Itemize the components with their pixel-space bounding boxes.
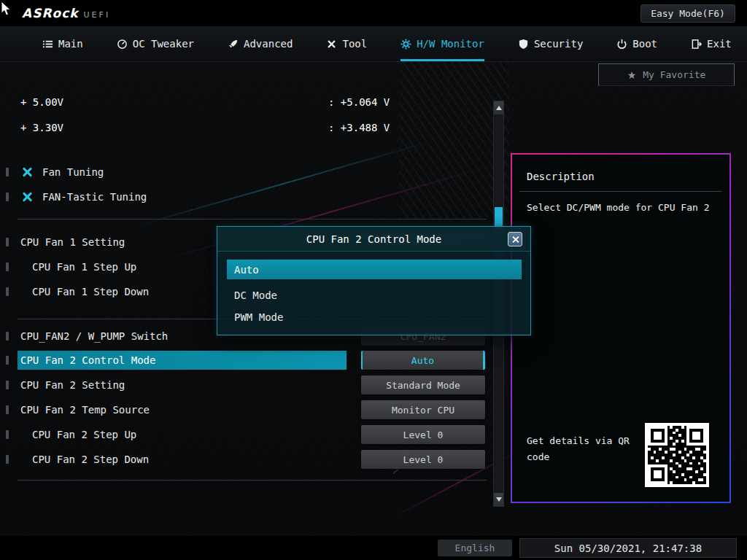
tab-advanced[interactable]: Advanced (228, 26, 293, 61)
tab-label: Security (534, 38, 583, 50)
tab-hw-monitor[interactable]: H/W Monitor (400, 26, 484, 61)
menu-item-fan-tuning[interactable]: Fan Tuning (18, 161, 487, 183)
value-button[interactable]: Level 0 (361, 450, 485, 469)
tab-label: Main (58, 38, 83, 50)
option-label: DC Mode (234, 289, 277, 301)
close-icon[interactable] (508, 232, 522, 246)
tab-oc-tweaker[interactable]: OC Tweaker (117, 26, 194, 61)
wrench-icon (326, 39, 337, 50)
status-bar: English Sun 05/30/2021, 21:47:38 (0, 536, 747, 560)
description-title: Description (527, 171, 595, 182)
scroll-down-button[interactable] (494, 493, 503, 506)
language-button[interactable]: English (438, 540, 512, 556)
triangle-up-icon (496, 106, 502, 110)
description-body: Select DC/PWM mode for CPU Fan 2 (527, 201, 719, 215)
separator (18, 480, 487, 481)
triangle-down-icon (496, 497, 502, 502)
row-marker (6, 356, 9, 365)
crossed-tools-icon (20, 190, 34, 203)
option-label: Auto (234, 264, 259, 276)
asrock-logo: ASRockUEFI (22, 6, 110, 20)
tab-main[interactable]: Main (42, 26, 83, 61)
rocket-icon (228, 39, 239, 50)
gear-icon (400, 39, 411, 50)
qr-code (645, 423, 709, 487)
voltage-label: + 3.30V (20, 122, 63, 133)
menu-item-label: Fan Tuning (39, 166, 104, 178)
list-icon (42, 39, 53, 50)
menu-item-cpu-fan2-control-mode[interactable]: CPU Fan 2 Control Mode Auto (18, 349, 487, 371)
menu-item-label: CPU Fan 1 Step Down (18, 286, 149, 298)
brand-subtext: UEFI (84, 10, 111, 20)
option-label: PWM Mode (234, 311, 283, 323)
row-marker (6, 287, 9, 296)
menu-item-label: CPU Fan 2 Control Mode (18, 354, 155, 366)
voltage-value: : +3.488 V (328, 122, 390, 133)
scroll-up-button[interactable] (494, 101, 503, 114)
crossed-tools-icon (20, 166, 34, 179)
brand-text: ASRock (22, 6, 79, 20)
separator (519, 191, 722, 192)
my-favorite-label: My Favorite (643, 69, 705, 80)
description-panel: Description Select DC/PWM mode for CPU F… (511, 153, 731, 503)
my-favorite-button[interactable]: My Favorite (598, 63, 735, 86)
row-marker (6, 262, 9, 271)
shield-icon (518, 39, 529, 50)
tab-label: Exit (707, 38, 732, 50)
tab-label: Advanced (244, 38, 293, 50)
value-button[interactable]: Level 0 (361, 425, 485, 444)
row-marker (6, 430, 9, 439)
voltage-value: : +5.064 V (328, 96, 390, 108)
menu-item-label: CPU Fan 2 Temp Source (18, 404, 150, 416)
tab-label: H/W Monitor (417, 38, 484, 50)
voltage-reading-row: + 3.30V : +3.488 V (20, 122, 63, 138)
row-marker (6, 405, 9, 414)
tab-boot[interactable]: Boot (616, 26, 657, 61)
separator (18, 219, 487, 219)
menu-item-cpu-fan2-step-up[interactable]: CPU Fan 2 Step Up Level 0 (18, 424, 487, 446)
power-icon (616, 39, 627, 50)
star-icon (627, 69, 637, 81)
menu-item-label: CPU Fan 2 Step Up (18, 429, 136, 440)
easy-mode-button[interactable]: Easy Mode(F6) (640, 4, 735, 23)
title-bar: ASRockUEFI Easy Mode(F6) (0, 0, 747, 26)
option-dc-mode[interactable]: DC Mode (227, 285, 522, 305)
menu-item-label: CPU Fan 2 Setting (18, 379, 125, 391)
datetime-display: Sun 05/30/2021, 21:47:38 (519, 538, 737, 558)
menu-item-fantastic-tuning[interactable]: FAN-Tastic Tuning (18, 186, 487, 208)
uefi-screen: ASRockUEFI Easy Mode(F6) Main OC Tweaker… (0, 0, 747, 560)
tab-tool[interactable]: Tool (326, 26, 367, 61)
dialog-title: CPU Fan 2 Control Mode (217, 227, 530, 252)
gauge-icon (117, 39, 128, 50)
tab-label: Boot (632, 38, 657, 50)
menu-item-label: CPU Fan 1 Step Up (18, 261, 136, 273)
option-auto[interactable]: Auto (227, 260, 522, 279)
value-button[interactable]: Monitor CPU (361, 400, 485, 419)
menu-item-label: FAN-Tastic Tuning (39, 191, 147, 203)
menu-item-label: CPU_FAN2 / W_PUMP Switch (18, 330, 168, 342)
menu-item-cpu-fan2-step-down[interactable]: CPU Fan 2 Step Down Level 0 (18, 448, 487, 470)
qr-caption: Get details via QR code (527, 433, 649, 465)
row-marker (6, 381, 9, 389)
value-button[interactable]: Standard Mode (361, 376, 485, 394)
nav-bar: Main OC Tweaker Advanced Tool H/W Monito… (0, 26, 747, 62)
mouse-cursor (1, 1, 12, 20)
cpu-fan2-control-mode-dialog: CPU Fan 2 Control Mode Auto DC Mode PWM … (217, 226, 531, 335)
tab-security[interactable]: Security (518, 26, 583, 61)
menu-item-label: CPU Fan 1 Setting (18, 236, 125, 248)
row-marker (6, 238, 9, 246)
voltage-reading-row: + 5.00V : +5.064 V (20, 96, 63, 112)
menu-item-cpu-fan2-temp-source[interactable]: CPU Fan 2 Temp Source Monitor CPU (18, 399, 487, 421)
row-marker (6, 455, 9, 464)
option-pwm-mode[interactable]: PWM Mode (227, 307, 522, 327)
value-button[interactable]: Auto (361, 351, 485, 370)
tab-label: Tool (342, 38, 367, 50)
voltage-label: + 5.00V (20, 96, 63, 108)
row-marker (6, 332, 9, 341)
menu-item-cpu-fan2-setting[interactable]: CPU Fan 2 Setting Standard Mode (18, 374, 487, 396)
tab-exit[interactable]: Exit (691, 26, 732, 61)
row-marker (6, 168, 9, 176)
exit-icon (691, 39, 702, 50)
menu-item-label: CPU Fan 2 Step Down (18, 454, 149, 465)
row-marker (6, 192, 9, 201)
